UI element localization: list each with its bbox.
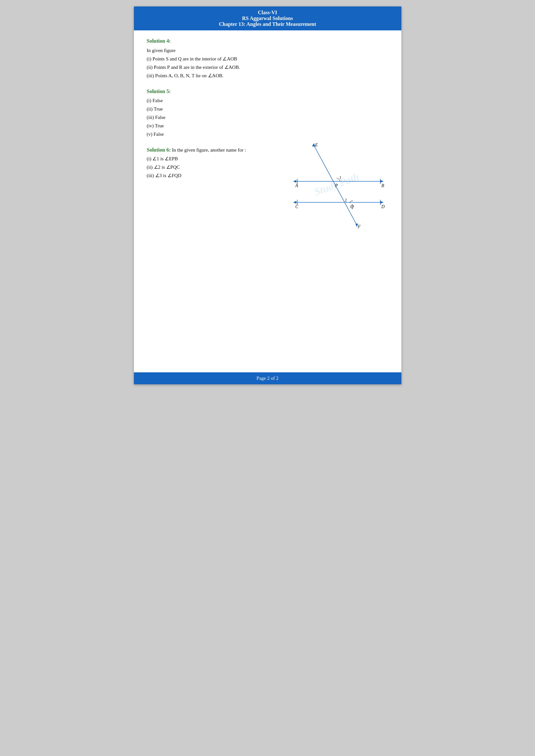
page-header: Class-VI RS Aggarwal Solutions Chapter 1… [134, 7, 401, 30]
solution5-line3: (iii) False [147, 114, 388, 121]
solution6-line2: (ii) ∠2 is ∠PQC [147, 163, 285, 171]
svg-text:1: 1 [339, 175, 342, 180]
page: Class-VI RS Aggarwal Solutions Chapter 1… [134, 7, 401, 384]
solution6-line1: (i) ∠1 is ∠EPB [147, 155, 285, 163]
svg-text:E: E [315, 143, 318, 148]
solution4-block: Solution 4: In given figure (i) Points S… [147, 37, 388, 79]
solution5-line2: (ii) True [147, 105, 388, 113]
header-book: RS Aggarwal Solutions [140, 15, 395, 21]
svg-text:F: F [357, 224, 361, 229]
solution4-line3: (iii) Points A, O, B, N, T lie on ∠AOB. [147, 72, 388, 79]
solution4-line0: In given figure [147, 46, 388, 54]
solution5-title: Solution 5: [147, 87, 388, 96]
solution5-line1: (i) False [147, 97, 388, 104]
solution4-title: Solution 4: [147, 37, 388, 45]
page-number: Page 2 of 2 [257, 376, 278, 381]
svg-marker-2 [380, 180, 383, 183]
solution4-line1: (i) Points S and Q are in the interior o… [147, 55, 388, 63]
svg-text:2: 2 [345, 198, 347, 202]
geometry-diagram: A P B C Q D [285, 139, 388, 230]
solution6-text: Solution 6: In the given figure, another… [147, 146, 285, 180]
svg-line-16 [314, 145, 357, 225]
svg-text:3: 3 [351, 203, 353, 208]
svg-text:D: D [381, 204, 384, 209]
svg-text:A: A [295, 183, 298, 188]
solution6-line3: (iii) ∠3 is ∠FQD [147, 172, 285, 179]
solution6-intro: Solution 6: In the given figure, another… [147, 146, 285, 154]
header-chapter: Chapter 13: Angles and Their Measurement [140, 21, 395, 27]
svg-marker-11 [293, 201, 296, 203]
svg-text:C: C [295, 204, 298, 209]
solution4-line2: (ii) Points P and R are in the exterior … [147, 63, 388, 71]
solution6-title: Solution 6: [147, 147, 171, 152]
solution6-block: Solution 6: In the given figure, another… [147, 146, 388, 230]
main-content: Solution 4: In given figure (i) Points S… [134, 30, 401, 372]
solution5-block: Solution 5: (i) False (ii) True (iii) Fa… [147, 87, 388, 138]
svg-text:B: B [381, 183, 384, 188]
header-class: Class-VI [140, 10, 395, 15]
page-footer: Page 2 of 2 [134, 372, 401, 384]
svg-marker-10 [380, 201, 383, 203]
solution6-intro-text: In the given figure, another name for : [172, 148, 246, 152]
svg-marker-3 [293, 180, 296, 183]
solution5-line4: (iv) True [147, 122, 388, 130]
solution6-diagram: Study Path [285, 139, 388, 230]
solution5-line5: (v) False [147, 130, 388, 138]
